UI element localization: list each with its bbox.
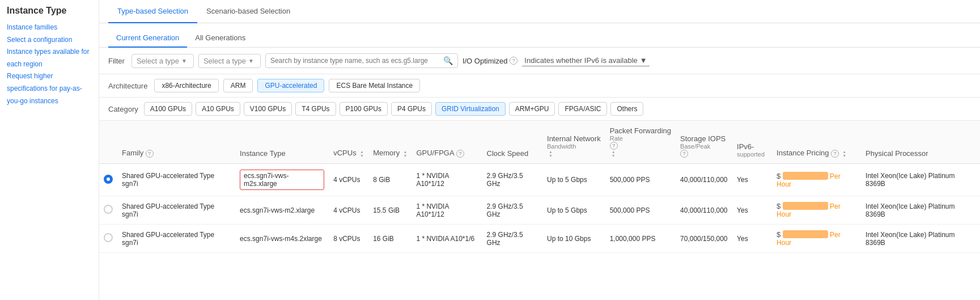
clock-cell: 2.9 GHz/3.5 GHz — [482, 164, 542, 196]
filter-select-2-text: Select a type — [203, 57, 246, 65]
th-family-text: Family — [122, 149, 143, 157]
cat-btn-fpga[interactable]: FPGA/ASIC — [558, 102, 607, 116]
sidebar-link-1[interactable]: Instance families — [7, 22, 92, 34]
th-instance-type-text: Instance Type — [240, 149, 286, 158]
th-pricing-info[interactable]: ? — [831, 150, 839, 158]
arch-btn-bare-metal[interactable]: ECS Bare Metal Instance — [329, 79, 420, 92]
tab-type-based[interactable]: Type-based Selection — [108, 0, 197, 23]
th-network-sub: Bandwidth — [547, 143, 601, 150]
tab-all-gen[interactable]: All Generations — [187, 29, 253, 48]
network-cell: Up to 10 Gbps — [542, 225, 605, 253]
packet-cell: 1,000,000 PPS — [605, 225, 676, 253]
io-info-icon[interactable]: ? — [510, 57, 517, 65]
instance-type-highlighted[interactable]: ecs.sgn7i-vws-m2s.xlarge — [240, 170, 324, 190]
gpu-cell: 1 * NVIDIA A10*1/12 — [411, 196, 482, 225]
top-tabs: Type-based Selection Scenario-based Sele… — [99, 0, 980, 23]
th-family-info[interactable]: ? — [146, 150, 154, 158]
iops-cell: 70,000/150,000 — [676, 225, 732, 253]
memory-cell: 8 GiB — [368, 164, 411, 196]
radio-cell[interactable] — [99, 196, 117, 225]
th-iops-info[interactable]: ? — [680, 150, 688, 158]
th-ipv6-sub: supported — [737, 151, 767, 158]
th-pricing-text: Instance Pricing — [777, 149, 829, 157]
iops-cell: 40,000/110,000 — [676, 196, 732, 225]
th-packet-text: Packet Forwarding — [610, 126, 671, 135]
th-radio — [99, 121, 117, 164]
pricing-cell[interactable]: $ Per Hour — [772, 225, 861, 253]
th-clock: Clock Speed — [482, 121, 542, 164]
ipv6-select[interactable]: Indicates whether IPv6 is available ▼ — [522, 55, 649, 66]
cat-btn-arm-gpu[interactable]: ARM+GPU — [509, 102, 555, 116]
arch-btn-x86[interactable]: x86-Architecture — [154, 79, 218, 92]
cat-btn-v100[interactable]: V100 GPUs — [244, 102, 292, 116]
tab-current-gen[interactable]: Current Generation — [108, 29, 187, 48]
category-bar: Category A100 GPUs A10 GPUs V100 GPUs T4… — [99, 98, 980, 121]
th-iops-text: Storage IOPS — [680, 134, 728, 143]
family-cell: Shared GPU-accelerated Type sgn7i — [117, 164, 235, 196]
radio-button[interactable] — [104, 233, 113, 242]
radio-cell[interactable] — [99, 225, 117, 253]
cat-btn-p100[interactable]: P100 GPUs — [340, 102, 388, 116]
th-vcpus-sort[interactable]: ▲▼ — [360, 150, 364, 158]
io-optimized-text: I/O Optimized — [463, 57, 507, 65]
radio-button[interactable] — [104, 205, 113, 214]
th-clock-text: Clock Speed — [487, 149, 529, 158]
table-row: Shared GPU-accelerated Type sgn7iecs.sgn… — [99, 164, 980, 196]
tab-scenario-based[interactable]: Scenario-based Selection — [197, 0, 299, 23]
sidebar-link-2[interactable]: Select a configuration — [7, 34, 92, 47]
pricing-cell[interactable]: $ Per Hour — [772, 196, 861, 225]
cat-btn-a10[interactable]: A10 GPUs — [196, 102, 240, 116]
ipv6-cell: Yes — [732, 164, 772, 196]
th-packet-sort[interactable]: ▲▼ — [612, 150, 671, 158]
filter-select-1-text: Select a type — [137, 57, 179, 65]
sidebar-link-3[interactable]: Instance types available for each region — [7, 46, 92, 70]
instance-type-cell[interactable]: ecs.sgn7i-vws-m2.xlarge — [235, 196, 329, 225]
arch-btn-gpu[interactable]: GPU-accelerated — [257, 79, 324, 92]
io-optimized-label: I/O Optimized ? — [463, 57, 517, 65]
th-packet-info[interactable]: ? — [610, 142, 618, 150]
filter-select-1-arrow: ▼ — [181, 58, 187, 64]
network-cell: Up to 5 Gbps — [542, 164, 605, 196]
instance-table-wrapper: Family ? Instance Type vCPUs ▲▼ Memory — [99, 121, 980, 253]
th-iops: Storage IOPS Base/Peak ? — [676, 121, 732, 164]
instance-type-cell[interactable]: ecs.sgn7i-vws-m4s.2xlarge — [235, 225, 329, 253]
search-input[interactable] — [270, 57, 441, 65]
filter-select-2[interactable]: Select a type ▼ — [198, 54, 261, 68]
search-box: 🔍 — [265, 53, 458, 68]
th-packet-sub: Rate — [610, 135, 671, 142]
clock-cell: 2.9 GHz/3.5 GHz — [482, 196, 542, 225]
th-network-text: Internal Network — [547, 134, 601, 143]
cat-btn-t4[interactable]: T4 GPUs — [295, 102, 336, 116]
processor-cell: Intel Xeon(Ice Lake) Platinum 8369B — [861, 164, 980, 196]
cat-btn-p4[interactable]: P4 GPUs — [391, 102, 432, 116]
th-ipv6: IPv6- supported — [732, 121, 772, 164]
th-gpu-info[interactable]: ? — [456, 150, 464, 158]
table-row: Shared GPU-accelerated Type sgn7iecs.sgn… — [99, 196, 980, 225]
th-family: Family ? — [117, 121, 235, 164]
filter-select-1[interactable]: Select a type ▼ — [131, 54, 194, 68]
vcpu-cell: 4 vCPUs — [329, 196, 368, 225]
memory-cell: 16 GiB — [368, 225, 411, 253]
th-network-sort[interactable]: ▲▼ — [549, 150, 601, 158]
architecture-label: Architecture — [108, 82, 147, 90]
th-memory-sort[interactable]: ▲▼ — [403, 150, 407, 158]
instance-type-cell[interactable]: ecs.sgn7i-vws-m2s.xlarge — [235, 164, 329, 196]
search-icon: 🔍 — [443, 56, 453, 65]
cat-btn-others[interactable]: Others — [610, 102, 643, 116]
th-vcpus: vCPUs ▲▼ — [329, 121, 368, 164]
filter-bar: Filter Select a type ▼ Select a type ▼ 🔍… — [99, 48, 980, 74]
family-cell: Shared GPU-accelerated Type sgn7i — [117, 225, 235, 253]
th-network: Internal Network Bandwidth ▲▼ — [542, 121, 605, 164]
cat-btn-grid[interactable]: GRID Virtualization — [435, 102, 506, 116]
cat-btn-a100[interactable]: A100 GPUs — [144, 102, 192, 116]
th-pricing-sort[interactable]: ▲▼ — [842, 150, 846, 158]
radio-button[interactable] — [104, 175, 113, 184]
th-pricing: Instance Pricing ? ▲▼ — [772, 121, 861, 164]
radio-cell[interactable] — [99, 164, 117, 196]
processor-cell: Intel Xeon(Ice Lake) Platinum 8369B — [861, 225, 980, 253]
pricing-cell[interactable]: $ Per Hour — [772, 164, 861, 196]
memory-cell: 15.5 GiB — [368, 196, 411, 225]
sidebar-link-4[interactable]: Request higher specifications for pay-as… — [7, 70, 92, 107]
th-processor-text: Physical Processor — [866, 149, 928, 158]
arch-btn-arm[interactable]: ARM — [223, 79, 253, 92]
